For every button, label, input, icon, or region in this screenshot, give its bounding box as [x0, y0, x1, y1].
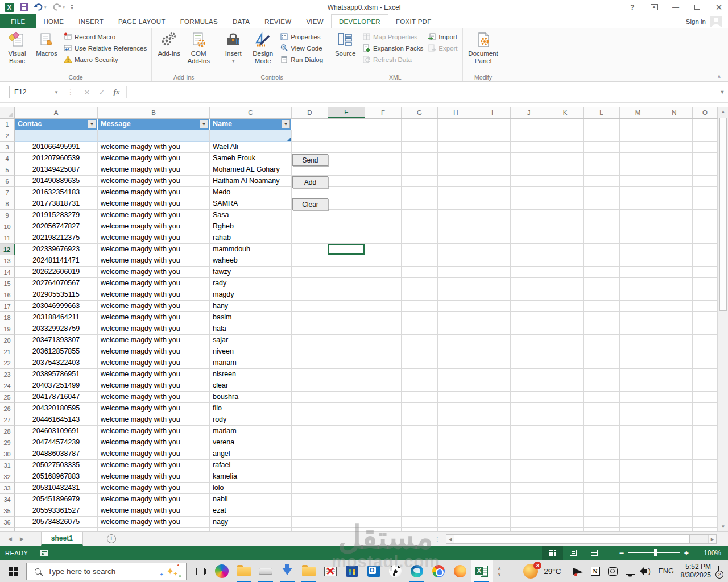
empty-cell[interactable] [474, 142, 511, 153]
data-cell[interactable]: clear [210, 380, 292, 392]
empty-cell[interactable] [292, 357, 328, 369]
data-cell[interactable]: hany [210, 301, 292, 312]
data-cell[interactable]: 204320180595 [15, 403, 98, 414]
empty-cell[interactable] [511, 517, 547, 528]
column-header-O[interactable]: O [693, 107, 718, 118]
empty-cell[interactable] [438, 426, 474, 437]
taskbar-overflow-scroll[interactable]: ∧∨ [494, 566, 505, 577]
empty-cell[interactable] [511, 323, 547, 335]
row-header-17[interactable]: 17 [0, 301, 15, 312]
empty-cell[interactable] [474, 392, 511, 403]
data-cell[interactable]: 205734826075 [15, 517, 98, 528]
empty-cell[interactable] [584, 210, 620, 221]
empty-cell[interactable] [656, 437, 693, 448]
data-cell[interactable]: mammdouh [210, 244, 292, 255]
data-cell[interactable]: 204037251499 [15, 380, 98, 392]
empty-cell[interactable] [292, 130, 328, 142]
empty-cell[interactable] [328, 403, 365, 414]
empty-cell[interactable] [511, 255, 547, 267]
empty-cell[interactable] [656, 232, 693, 244]
column-header-E[interactable]: E [328, 107, 365, 118]
empty-cell[interactable] [365, 426, 402, 437]
empty-cell[interactable] [474, 460, 511, 471]
empty-cell[interactable] [438, 164, 474, 176]
empty-cell[interactable] [474, 369, 511, 380]
data-cell[interactable]: angel [210, 448, 292, 460]
empty-cell[interactable] [547, 346, 584, 357]
data-cell[interactable]: rady [210, 278, 292, 289]
empty-cell[interactable] [620, 289, 656, 301]
data-cell[interactable]: welcome magdy with you [98, 357, 210, 369]
column-header-I[interactable]: I [474, 107, 511, 118]
empty-cell[interactable] [292, 483, 328, 494]
empty-cell[interactable] [474, 278, 511, 289]
column-header-C[interactable]: C [210, 107, 292, 118]
data-cell[interactable]: 204744574239 [15, 437, 98, 448]
empty-cell[interactable] [438, 392, 474, 403]
empty-cell[interactable] [547, 164, 584, 176]
data-cell[interactable]: 202481141471 [15, 255, 98, 267]
empty-cell[interactable] [547, 323, 584, 335]
data-cell[interactable]: Medo [210, 187, 292, 198]
empty-cell[interactable] [620, 426, 656, 437]
table-header-cell-A[interactable]: Contac▼ [15, 119, 98, 130]
empty-cell[interactable] [438, 289, 474, 301]
column-header-J[interactable]: J [511, 107, 547, 118]
data-cell[interactable]: welcome magdy with you [98, 210, 210, 221]
data-cell[interactable]: 205593361527 [15, 505, 98, 517]
data-cell[interactable]: 202339676923 [15, 244, 98, 255]
empty-cell[interactable] [693, 255, 718, 267]
empty-cell[interactable] [292, 471, 328, 483]
empty-cell[interactable] [693, 301, 718, 312]
empty-cell[interactable] [584, 232, 620, 244]
empty-cell[interactable] [402, 232, 438, 244]
undo-button[interactable]: ▾ [34, 3, 47, 11]
empty-cell[interactable] [693, 426, 718, 437]
empty-cell[interactable] [547, 130, 584, 142]
customize-qat-button[interactable]: ▾ [71, 5, 73, 10]
restore-button[interactable] [693, 3, 702, 12]
empty-cell[interactable] [292, 505, 328, 517]
zoom-in-button[interactable]: + [680, 548, 693, 558]
empty-cell[interactable] [328, 289, 365, 301]
data-cell[interactable]: 203612857855 [15, 346, 98, 357]
empty-cell[interactable] [656, 323, 693, 335]
empty-cell[interactable] [474, 221, 511, 232]
empty-cell[interactable] [365, 392, 402, 403]
empty-cell[interactable] [693, 232, 718, 244]
horizontal-scrollbar-thumb[interactable] [454, 535, 690, 543]
empty-cell[interactable] [474, 335, 511, 346]
empty-cell[interactable] [693, 517, 718, 528]
empty-cell[interactable] [656, 448, 693, 460]
empty-cell[interactable] [656, 289, 693, 301]
taskbar-excel[interactable]: X [471, 560, 493, 582]
com-add-ins-button[interactable]: COM Add-Ins [184, 30, 213, 65]
view-code-button[interactable]: Q View Code [280, 44, 323, 52]
empty-cell[interactable] [328, 142, 365, 153]
empty-cell[interactable] [365, 437, 402, 448]
taskbar-microsoft-store[interactable] [341, 560, 363, 582]
empty-cell[interactable] [438, 437, 474, 448]
document-panel-button[interactable]: Document Panel [465, 30, 502, 65]
empty-cell[interactable] [656, 346, 693, 357]
empty-cell[interactable] [547, 460, 584, 471]
empty-cell[interactable] [292, 414, 328, 426]
empty-cell[interactable] [474, 483, 511, 494]
empty-cell[interactable] [693, 164, 718, 176]
empty-cell[interactable] [402, 357, 438, 369]
data-cell[interactable]: 202905535115 [15, 289, 98, 301]
expand-formula-bar-icon[interactable]: ▼ [717, 89, 728, 95]
clear-button[interactable]: Clear [292, 198, 328, 210]
empty-cell[interactable] [511, 505, 547, 517]
empty-cell[interactable] [474, 289, 511, 301]
empty-cell[interactable] [620, 403, 656, 414]
empty-cell[interactable] [474, 153, 511, 164]
empty-cell[interactable] [584, 505, 620, 517]
empty-cell[interactable] [620, 517, 656, 528]
empty-cell[interactable] [365, 403, 402, 414]
import-button[interactable]: Import [428, 32, 457, 41]
save-button[interactable] [20, 3, 28, 11]
filter-dropdown-B[interactable]: ▼ [200, 120, 208, 128]
empty-cell[interactable] [365, 483, 402, 494]
empty-cell[interactable] [547, 414, 584, 426]
